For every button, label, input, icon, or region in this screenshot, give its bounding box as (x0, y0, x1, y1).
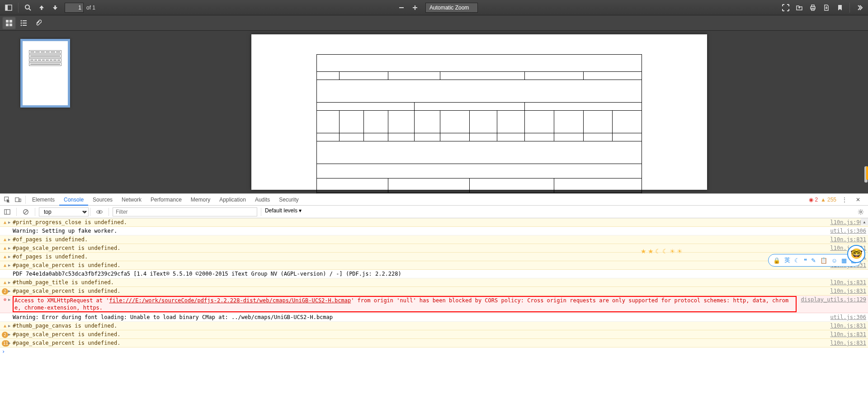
tab-application[interactable]: Application (215, 194, 250, 206)
console-log-row[interactable]: 11▶#page_scale_percent is undefined.l10n… (0, 339, 868, 347)
devtools-close-button[interactable]: ✕ (853, 194, 863, 206)
svg-rect-21 (23, 25, 27, 26)
log-source-link[interactable]: l10n.js:831 (830, 236, 866, 243)
page-thumbnail-1[interactable] (20, 39, 70, 108)
console-log-row[interactable]: ▲▶#print_progress_close is undefined.l10… (0, 218, 868, 227)
warning-icon: ▲ (2, 244, 8, 252)
console-log-row[interactable]: Warning: Setting up fake worker.util.js:… (0, 227, 868, 235)
live-expression-button[interactable] (94, 207, 105, 217)
thumbnails-tab[interactable] (2, 17, 16, 29)
document-area[interactable] (90, 31, 868, 193)
log-source-link[interactable]: l10n.js:831 (830, 279, 866, 286)
svg-rect-24 (19, 199, 21, 202)
star-icon: ☀ (670, 248, 675, 255)
svg-line-28 (24, 210, 28, 213)
print-button[interactable] (807, 1, 819, 14)
tab-memory[interactable]: Memory (186, 194, 215, 206)
ime-item[interactable]: ▦ (841, 257, 847, 264)
console-log-row[interactable]: ▲▶#of_pages is undefined.l10n.js:831 (0, 253, 868, 261)
ime-item[interactable]: ❝ (804, 257, 807, 264)
attachments-tab[interactable] (31, 17, 45, 29)
log-message: Warning: Error during font loading: Unab… (13, 314, 826, 321)
log-levels-select[interactable]: Default levels ▾ (265, 207, 302, 216)
devtools-tab-bar: Elements Console Sources Network Perform… (0, 194, 868, 206)
log-source-link[interactable]: l10n.js:831 (830, 331, 866, 338)
console-output[interactable]: ▲ ▲▶#print_progress_close is undefined.l… (0, 218, 868, 399)
log-message: #page_scale_percent is undefined. (13, 339, 826, 347)
outline-tab[interactable] (17, 17, 30, 29)
expand-arrow-icon: ▶ (8, 339, 13, 347)
separator (16, 208, 17, 216)
pdf-viewer-body (0, 31, 868, 193)
log-source-link[interactable]: l10n.js:831 (830, 287, 866, 295)
log-source-link[interactable]: l10n.js:831 (830, 339, 866, 347)
console-log-row[interactable]: Warning: Error during font loading: Unab… (0, 313, 868, 322)
tab-performance[interactable]: Performance (146, 194, 186, 206)
devtools-menu-button[interactable]: ⋮ (839, 194, 850, 206)
ime-item[interactable]: 📋 (820, 257, 827, 264)
warning-icon: ▲ (2, 262, 8, 269)
svg-rect-19 (23, 23, 27, 23)
zoom-out-button[interactable] (395, 1, 408, 14)
open-file-button[interactable] (793, 1, 806, 14)
sidebar-toggle-button[interactable] (2, 1, 15, 14)
console-log-row[interactable]: ⊗▶Access to XMLHttpRequest at 'file:///E… (0, 296, 868, 313)
next-page-button[interactable] (49, 1, 61, 14)
more-tools-button[interactable] (853, 1, 866, 14)
console-settings-button[interactable] (855, 207, 866, 217)
log-source-link[interactable]: display_utils.js:129 (801, 296, 867, 303)
tab-sources[interactable]: Sources (88, 194, 117, 206)
svg-rect-4 (41, 8, 42, 10)
scroll-up-button[interactable]: ▲ (861, 218, 868, 225)
console-log-row[interactable]: ▲▶#page_scale_percent is undefined.l10n.… (0, 261, 868, 270)
console-log-row[interactable]: 2▶#page_scale_percent is undefined.l10n.… (0, 287, 868, 296)
console-log-row[interactable]: ▲▶#page_scale_percent is undefined.l10n.… (0, 244, 868, 253)
clear-console-button[interactable] (20, 207, 31, 217)
console-log-row[interactable]: ▲▶#of_pages is undefined.l10n.js:831 (0, 235, 868, 244)
context-select[interactable]: top (39, 207, 89, 216)
presentation-mode-button[interactable] (779, 1, 792, 14)
device-toolbar-button[interactable] (13, 194, 24, 206)
svg-rect-1 (5, 5, 8, 10)
ime-item[interactable]: 英 (784, 256, 790, 264)
log-source-link[interactable]: util.js:306 (830, 314, 866, 321)
ime-item[interactable]: ☺ (831, 257, 837, 264)
ime-item[interactable]: 🔒 (773, 257, 780, 264)
expand-arrow-icon: ▶ (8, 287, 13, 295)
console-log-row[interactable]: ▲▶#thumb_page_title is undefined.l10n.js… (0, 278, 868, 287)
download-button[interactable] (820, 1, 833, 14)
ime-item[interactable]: ☾ (794, 257, 800, 264)
tab-console[interactable]: Console (59, 194, 88, 206)
inspect-element-button[interactable] (2, 194, 13, 206)
ime-item[interactable]: ✎ (811, 257, 816, 264)
error-count[interactable]: ◉ 2 (809, 197, 818, 203)
console-log-row[interactable]: ▲▶#thumb_page_canvas is undefined.l10n.j… (0, 322, 868, 330)
tab-security[interactable]: Security (274, 194, 303, 206)
search-button[interactable] (22, 1, 34, 14)
toolbar-right-group (779, 1, 866, 14)
console-log-row[interactable]: PDF 7e4e1da0abb7c53dca3fbf239c29cfa5 [1.… (0, 270, 868, 278)
star-icon: ☀ (677, 248, 683, 255)
expand-arrow-icon: ▶ (8, 322, 13, 329)
pdf-sidebar-tabs (0, 15, 868, 31)
prev-page-button[interactable] (35, 1, 48, 14)
assistant-avatar[interactable]: 🤓 (847, 245, 865, 263)
rating-widget[interactable]: ★★☾☾☀☀ (641, 248, 683, 255)
warning-count[interactable]: ▲ 255 (821, 197, 836, 203)
bookmark-button[interactable] (834, 1, 846, 14)
page-number-input[interactable] (65, 3, 84, 13)
log-message: #page_scale_percent is undefined. (13, 262, 826, 269)
console-input[interactable] (8, 348, 866, 355)
console-prompt[interactable]: › (0, 347, 868, 356)
console-filter-input[interactable] (113, 207, 257, 216)
log-source-link[interactable]: l10n.js:831 (830, 322, 866, 329)
zoom-in-button[interactable] (409, 1, 421, 14)
tab-elements[interactable]: Elements (28, 194, 59, 206)
log-source-link[interactable]: util.js:306 (830, 227, 866, 235)
tab-network[interactable]: Network (117, 194, 146, 206)
zoom-select[interactable]: Automatic Zoom (425, 3, 478, 13)
warning-icon: ▲ (2, 279, 8, 286)
console-log-row[interactable]: 2▶#page_scale_percent is undefined.l10n.… (0, 330, 868, 339)
tab-audits[interactable]: Audits (250, 194, 274, 206)
console-sidebar-toggle[interactable] (2, 207, 13, 217)
